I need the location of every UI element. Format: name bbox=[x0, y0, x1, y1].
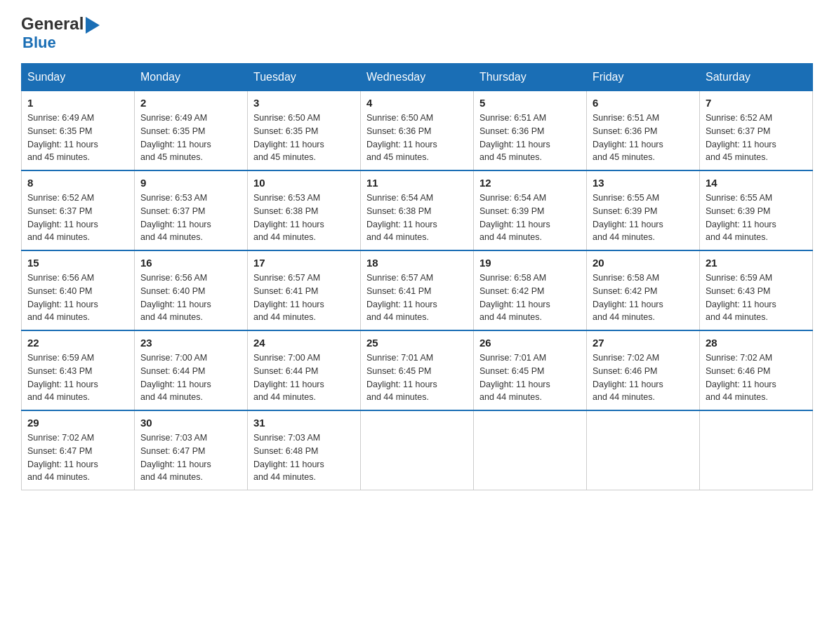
day-info: Sunrise: 7:00 AMSunset: 6:44 PMDaylight:… bbox=[140, 351, 241, 404]
calendar-cell: 24 Sunrise: 7:00 AMSunset: 6:44 PMDaylig… bbox=[248, 330, 361, 410]
calendar-cell: 14 Sunrise: 6:55 AMSunset: 6:39 PMDaylig… bbox=[700, 170, 813, 250]
calendar-cell: 13 Sunrise: 6:55 AMSunset: 6:39 PMDaylig… bbox=[587, 170, 700, 250]
day-number: 8 bbox=[27, 177, 128, 189]
day-info: Sunrise: 7:03 AMSunset: 6:47 PMDaylight:… bbox=[140, 431, 241, 484]
day-info: Sunrise: 6:50 AMSunset: 6:36 PMDaylight:… bbox=[366, 112, 468, 164]
day-info: Sunrise: 6:49 AMSunset: 6:35 PMDaylight:… bbox=[140, 112, 241, 164]
calendar-body: 1 Sunrise: 6:49 AMSunset: 6:35 PMDayligh… bbox=[22, 91, 813, 490]
day-number: 10 bbox=[253, 177, 355, 189]
logo-triangle-icon bbox=[86, 17, 100, 34]
calendar-header-monday: Monday bbox=[135, 64, 248, 91]
day-number: 12 bbox=[479, 177, 581, 189]
day-number: 6 bbox=[593, 97, 694, 109]
day-number: 28 bbox=[706, 337, 807, 349]
calendar-cell: 21 Sunrise: 6:59 AMSunset: 6:43 PMDaylig… bbox=[700, 250, 813, 330]
calendar-cell: 4 Sunrise: 6:50 AMSunset: 6:36 PMDayligh… bbox=[361, 91, 474, 171]
calendar-cell: 17 Sunrise: 6:57 AMSunset: 6:41 PMDaylig… bbox=[248, 250, 361, 330]
logo: General Blue bbox=[21, 14, 100, 52]
day-info: Sunrise: 6:58 AMSunset: 6:42 PMDaylight:… bbox=[593, 271, 694, 324]
svg-marker-0 bbox=[86, 17, 100, 34]
day-number: 2 bbox=[140, 97, 241, 109]
day-number: 5 bbox=[479, 97, 581, 109]
calendar-cell: 7 Sunrise: 6:52 AMSunset: 6:37 PMDayligh… bbox=[700, 91, 813, 171]
logo-blue-text: Blue bbox=[22, 34, 100, 52]
day-info: Sunrise: 6:59 AMSunset: 6:43 PMDaylight:… bbox=[27, 351, 128, 404]
day-info: Sunrise: 7:01 AMSunset: 6:45 PMDaylight:… bbox=[366, 351, 468, 404]
calendar-header-sunday: Sunday bbox=[22, 64, 135, 91]
calendar-cell bbox=[700, 410, 813, 490]
calendar-week-4: 22 Sunrise: 6:59 AMSunset: 6:43 PMDaylig… bbox=[22, 330, 813, 410]
day-number: 3 bbox=[253, 97, 355, 109]
calendar-cell: 28 Sunrise: 7:02 AMSunset: 6:46 PMDaylig… bbox=[700, 330, 813, 410]
calendar-header-thursday: Thursday bbox=[474, 64, 587, 91]
calendar-cell: 9 Sunrise: 6:53 AMSunset: 6:37 PMDayligh… bbox=[135, 170, 248, 250]
calendar-week-2: 8 Sunrise: 6:52 AMSunset: 6:37 PMDayligh… bbox=[22, 170, 813, 250]
calendar-cell: 30 Sunrise: 7:03 AMSunset: 6:47 PMDaylig… bbox=[135, 410, 248, 490]
day-info: Sunrise: 6:53 AMSunset: 6:37 PMDaylight:… bbox=[140, 192, 241, 244]
calendar-cell: 15 Sunrise: 6:56 AMSunset: 6:40 PMDaylig… bbox=[22, 250, 135, 330]
day-info: Sunrise: 6:51 AMSunset: 6:36 PMDaylight:… bbox=[479, 112, 581, 164]
day-number: 23 bbox=[140, 337, 241, 349]
calendar-week-1: 1 Sunrise: 6:49 AMSunset: 6:35 PMDayligh… bbox=[22, 91, 813, 171]
calendar-header-row: SundayMondayTuesdayWednesdayThursdayFrid… bbox=[22, 64, 813, 91]
calendar-cell: 3 Sunrise: 6:50 AMSunset: 6:35 PMDayligh… bbox=[248, 91, 361, 171]
day-number: 21 bbox=[706, 257, 807, 269]
calendar-week-3: 15 Sunrise: 6:56 AMSunset: 6:40 PMDaylig… bbox=[22, 250, 813, 330]
day-number: 20 bbox=[593, 257, 694, 269]
day-number: 1 bbox=[27, 97, 128, 109]
calendar-header-wednesday: Wednesday bbox=[361, 64, 474, 91]
day-number: 13 bbox=[593, 177, 694, 189]
calendar-cell: 31 Sunrise: 7:03 AMSunset: 6:48 PMDaylig… bbox=[248, 410, 361, 490]
day-info: Sunrise: 7:02 AMSunset: 6:46 PMDaylight:… bbox=[706, 351, 807, 404]
day-number: 14 bbox=[706, 177, 807, 189]
day-info: Sunrise: 6:55 AMSunset: 6:39 PMDaylight:… bbox=[593, 192, 694, 244]
calendar-table: SundayMondayTuesdayWednesdayThursdayFrid… bbox=[21, 63, 813, 490]
day-info: Sunrise: 6:52 AMSunset: 6:37 PMDaylight:… bbox=[27, 192, 128, 244]
calendar-cell: 8 Sunrise: 6:52 AMSunset: 6:37 PMDayligh… bbox=[22, 170, 135, 250]
day-number: 17 bbox=[253, 257, 355, 269]
day-number: 11 bbox=[366, 177, 468, 189]
calendar-cell: 25 Sunrise: 7:01 AMSunset: 6:45 PMDaylig… bbox=[361, 330, 474, 410]
calendar-cell: 1 Sunrise: 6:49 AMSunset: 6:35 PMDayligh… bbox=[22, 91, 135, 171]
calendar-cell: 2 Sunrise: 6:49 AMSunset: 6:35 PMDayligh… bbox=[135, 91, 248, 171]
day-number: 30 bbox=[140, 417, 241, 429]
calendar-cell: 5 Sunrise: 6:51 AMSunset: 6:36 PMDayligh… bbox=[474, 91, 587, 171]
day-info: Sunrise: 7:02 AMSunset: 6:47 PMDaylight:… bbox=[27, 431, 128, 484]
day-info: Sunrise: 6:57 AMSunset: 6:41 PMDaylight:… bbox=[366, 271, 468, 324]
day-info: Sunrise: 7:03 AMSunset: 6:48 PMDaylight:… bbox=[253, 431, 355, 484]
day-number: 27 bbox=[593, 337, 694, 349]
calendar-cell: 29 Sunrise: 7:02 AMSunset: 6:47 PMDaylig… bbox=[22, 410, 135, 490]
day-info: Sunrise: 7:00 AMSunset: 6:44 PMDaylight:… bbox=[253, 351, 355, 404]
calendar-cell: 20 Sunrise: 6:58 AMSunset: 6:42 PMDaylig… bbox=[587, 250, 700, 330]
day-number: 4 bbox=[366, 97, 468, 109]
calendar-cell: 18 Sunrise: 6:57 AMSunset: 6:41 PMDaylig… bbox=[361, 250, 474, 330]
page-header: General Blue bbox=[21, 14, 813, 52]
day-info: Sunrise: 6:56 AMSunset: 6:40 PMDaylight:… bbox=[27, 271, 128, 324]
calendar-cell: 27 Sunrise: 7:02 AMSunset: 6:46 PMDaylig… bbox=[587, 330, 700, 410]
calendar-cell: 19 Sunrise: 6:58 AMSunset: 6:42 PMDaylig… bbox=[474, 250, 587, 330]
day-number: 22 bbox=[27, 337, 128, 349]
day-info: Sunrise: 6:49 AMSunset: 6:35 PMDaylight:… bbox=[27, 112, 128, 164]
day-number: 7 bbox=[706, 97, 807, 109]
day-info: Sunrise: 6:53 AMSunset: 6:38 PMDaylight:… bbox=[253, 192, 355, 244]
day-number: 15 bbox=[27, 257, 128, 269]
day-info: Sunrise: 6:57 AMSunset: 6:41 PMDaylight:… bbox=[253, 271, 355, 324]
day-info: Sunrise: 6:59 AMSunset: 6:43 PMDaylight:… bbox=[706, 271, 807, 324]
day-number: 9 bbox=[140, 177, 241, 189]
logo-general-text: General bbox=[21, 14, 84, 34]
day-number: 18 bbox=[366, 257, 468, 269]
day-number: 25 bbox=[366, 337, 468, 349]
day-number: 31 bbox=[253, 417, 355, 429]
calendar-header-friday: Friday bbox=[587, 64, 700, 91]
calendar-cell: 6 Sunrise: 6:51 AMSunset: 6:36 PMDayligh… bbox=[587, 91, 700, 171]
day-number: 29 bbox=[27, 417, 128, 429]
calendar-cell: 10 Sunrise: 6:53 AMSunset: 6:38 PMDaylig… bbox=[248, 170, 361, 250]
day-info: Sunrise: 6:58 AMSunset: 6:42 PMDaylight:… bbox=[479, 271, 581, 324]
calendar-cell: 26 Sunrise: 7:01 AMSunset: 6:45 PMDaylig… bbox=[474, 330, 587, 410]
day-number: 16 bbox=[140, 257, 241, 269]
day-info: Sunrise: 6:54 AMSunset: 6:39 PMDaylight:… bbox=[479, 192, 581, 244]
day-info: Sunrise: 6:55 AMSunset: 6:39 PMDaylight:… bbox=[706, 192, 807, 244]
calendar-cell: 16 Sunrise: 6:56 AMSunset: 6:40 PMDaylig… bbox=[135, 250, 248, 330]
day-info: Sunrise: 7:02 AMSunset: 6:46 PMDaylight:… bbox=[593, 351, 694, 404]
day-info: Sunrise: 6:51 AMSunset: 6:36 PMDaylight:… bbox=[593, 112, 694, 164]
